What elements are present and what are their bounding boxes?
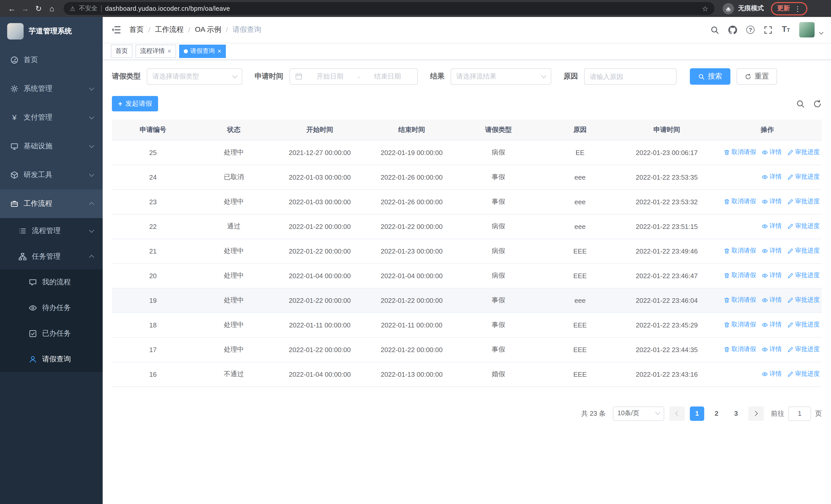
cell-end-time: 2022-01-26 00:00:00 (366, 189, 457, 214)
fullscreen-icon[interactable] (764, 25, 773, 34)
cell-apply-time: 2022-01-22 23:46:04 (621, 288, 713, 313)
browser-chrome: ← → ↻ ⌂ ⚠ 不安全 dashboard.yudao.iocoder.cn… (0, 0, 831, 17)
page-size-select[interactable]: 10条/页 (613, 406, 664, 421)
cancel-leave-link[interactable]: 取消请假 (724, 271, 756, 280)
approval-progress-link[interactable]: 审批进度 (787, 271, 820, 280)
cancel-leave-link[interactable]: 取消请假 (724, 345, 756, 354)
sidebar-item-task-management[interactable]: 任务管理 (0, 244, 103, 269)
cell-start-time: 2022-01-04 00:00:00 (274, 263, 366, 288)
url-bar[interactable]: ⚠ 不安全 dashboard.yudao.iocoder.cn/bpm/oa/… (64, 2, 715, 15)
dashboard-icon (10, 56, 19, 64)
cell-actions: 取消请假详情审批进度 (713, 189, 822, 214)
approval-progress-link[interactable]: 审批进度 (787, 247, 820, 255)
cancel-leave-link[interactable]: 取消请假 (724, 296, 756, 305)
apply-time-range-picker[interactable]: 开始日期 - 结束日期 (289, 68, 418, 85)
browser-back-button[interactable]: ← (5, 2, 19, 15)
reason-input[interactable] (584, 68, 677, 85)
toggle-search-icon[interactable] (796, 99, 805, 108)
detail-link[interactable]: 详情 (762, 370, 782, 379)
search-button[interactable]: 搜索 (690, 68, 730, 85)
sidebar-item-leave-query[interactable]: 请假查询 (0, 347, 103, 372)
search-icon[interactable] (710, 25, 719, 34)
sidebar-item-my-process[interactable]: 我的流程 (0, 269, 103, 295)
chevron-down-icon (89, 143, 94, 148)
cancel-leave-link[interactable]: 取消请假 (724, 197, 756, 206)
detail-link[interactable]: 详情 (762, 148, 782, 157)
cell-actions: 取消请假详情审批进度 (713, 239, 822, 263)
tab-home[interactable]: 首页 (111, 45, 133, 58)
create-leave-button[interactable]: + 发起请假 (112, 96, 158, 111)
cancel-leave-link[interactable]: 取消请假 (724, 321, 756, 329)
cancel-leave-link[interactable]: 取消请假 (724, 148, 756, 157)
browser-home-button[interactable]: ⌂ (45, 2, 58, 15)
approval-progress-link[interactable]: 审批进度 (787, 321, 820, 329)
detail-link[interactable]: 详情 (762, 345, 782, 354)
sidebar-item-process-management[interactable]: 流程管理 (0, 218, 103, 244)
cell-actions: 详情审批进度 (713, 362, 822, 386)
page-number-3[interactable]: 3 (729, 406, 743, 421)
result-select[interactable]: 请选择流结果 (451, 68, 551, 85)
avatar[interactable] (799, 22, 814, 37)
sidebar-item-infrastructure[interactable]: 基础设施 (0, 132, 103, 161)
breadcrumb-oa-example[interactable]: OA 示例 (195, 25, 222, 34)
browser-reload-button[interactable]: ↻ (32, 2, 45, 15)
leave-type-select[interactable]: 请选择请假类型 (147, 68, 242, 85)
font-size-icon[interactable]: TT (782, 25, 790, 34)
sidebar-item-devtools[interactable]: 研发工具 (0, 161, 103, 189)
refresh-icon[interactable] (813, 99, 822, 108)
leave-table: 申请编号 状态 开始时间 结束时间 请假类型 原因 申请时间 操作 25 处理中… (112, 120, 822, 387)
sidebar-item-todo-tasks[interactable]: 待办任务 (0, 295, 103, 321)
cell-end-time: 2022-01-22 00:00:00 (366, 214, 457, 239)
avatar-caret-icon[interactable] (819, 30, 824, 35)
browser-forward-button[interactable]: → (19, 2, 32, 15)
detail-link[interactable]: 详情 (762, 222, 782, 231)
page-number-2[interactable]: 2 (709, 406, 724, 421)
page-number-1[interactable]: 1 (690, 406, 704, 421)
tab-leave-query[interactable]: 请假查询 × (179, 45, 226, 58)
breadcrumb-workflow[interactable]: 工作流程 (155, 25, 184, 34)
next-page-button[interactable] (748, 406, 764, 421)
chevron-down-icon (89, 228, 94, 233)
detail-link[interactable]: 详情 (762, 271, 782, 280)
approval-progress-link[interactable]: 审批进度 (787, 173, 820, 181)
reason-label: 原因 (564, 72, 578, 81)
browser-menu-icon[interactable]: ⋮ (794, 4, 801, 12)
cell-apply-id: 25 (112, 140, 194, 165)
sidebar-item-done-tasks[interactable]: 已办任务 (0, 321, 103, 347)
approval-progress-link[interactable]: 审批进度 (787, 148, 820, 157)
browser-update-button[interactable]: 更新 ⋮ (771, 2, 807, 15)
goto-page-input[interactable] (789, 406, 811, 421)
detail-link[interactable]: 详情 (762, 296, 782, 305)
approval-progress-link[interactable]: 审批进度 (787, 197, 820, 206)
bookmark-star-icon[interactable]: ☆ (702, 4, 708, 12)
approval-progress-link[interactable]: 审批进度 (787, 345, 820, 354)
incognito-badge: 无痕模式 (723, 3, 764, 14)
breadcrumb-home[interactable]: 首页 (130, 25, 144, 34)
sidebar-item-payment[interactable]: ¥ 支付管理 (0, 103, 103, 132)
cell-end-time: 2022-01-22 00:00:00 (366, 337, 457, 362)
cell-status: 不通过 (194, 362, 274, 386)
approval-progress-link[interactable]: 审批进度 (787, 222, 820, 231)
approval-progress-link[interactable]: 审批进度 (787, 296, 820, 305)
help-icon[interactable]: ? (746, 26, 754, 34)
cell-apply-id: 20 (112, 263, 194, 288)
detail-link[interactable]: 详情 (762, 197, 782, 206)
close-icon[interactable]: × (167, 48, 171, 54)
cell-apply-time: 2022-01-22 23:49:46 (621, 239, 713, 263)
reset-button[interactable]: 重置 (737, 68, 777, 85)
cell-status: 通过 (194, 214, 274, 239)
sidebar-item-home[interactable]: 首页 (0, 46, 103, 75)
github-icon[interactable] (728, 25, 737, 34)
sidebar-item-workflow[interactable]: 工作流程 (0, 189, 103, 218)
detail-link[interactable]: 详情 (762, 321, 782, 329)
detail-link[interactable]: 详情 (762, 247, 782, 255)
cell-actions: 取消请假详情审批进度 (713, 263, 822, 288)
close-icon[interactable]: × (218, 48, 221, 54)
sidebar-item-system[interactable]: 系统管理 (0, 75, 103, 103)
approval-progress-link[interactable]: 审批进度 (787, 370, 820, 379)
tab-process-detail[interactable]: 流程详情 × (136, 45, 176, 58)
cancel-leave-link[interactable]: 取消请假 (724, 247, 756, 255)
sidebar-toggle-icon[interactable] (111, 25, 121, 35)
detail-link[interactable]: 详情 (762, 173, 782, 181)
prev-page-button[interactable] (669, 406, 685, 421)
